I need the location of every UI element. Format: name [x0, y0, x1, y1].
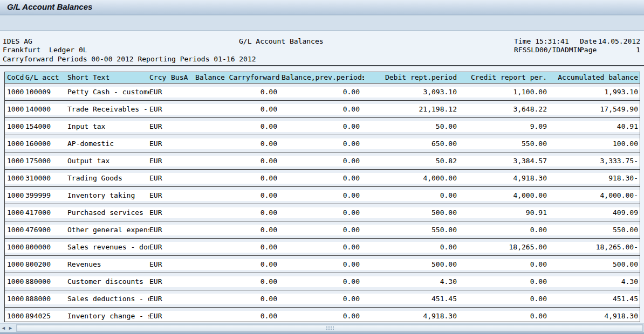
table-cell: Purchased services: [67, 204, 149, 221]
table-cell: [171, 256, 195, 273]
table-cell: 500.00: [364, 204, 461, 221]
table-cell: 880000: [25, 273, 67, 290]
table-cell: EUR: [149, 101, 171, 117]
table-cell: 0.00: [461, 221, 551, 238]
table-cell: Sales revenues - dom: [67, 239, 149, 255]
table-cell: 800200: [25, 256, 67, 273]
horizontal-scrollbar[interactable]: ◄ ►: [0, 323, 644, 332]
scroll-right-button[interactable]: ►: [7, 324, 14, 332]
table-cell: 399999: [25, 187, 67, 204]
table-cell: 21,198.12: [364, 101, 461, 117]
table-cell: 0.00: [282, 221, 364, 238]
table-row[interactable]: 1000888000Sales deductions - dEUR0.000.0…: [5, 290, 640, 308]
table-cell: 3,333.75-: [551, 152, 640, 169]
table-cell: 0.00: [282, 101, 364, 117]
table-row[interactable]: 1000175000Output taxEUR0.000.0050.823,38…: [5, 152, 640, 170]
table-cell: 1000: [5, 308, 25, 322]
table-cell: 4.30: [364, 273, 461, 290]
table-cell: AP-domestic: [67, 135, 149, 152]
table-cell: 1000: [5, 170, 25, 186]
table-cell: 451.45: [364, 290, 461, 307]
table-cell: 0.00: [195, 256, 282, 273]
table-cell: 0.00: [282, 84, 364, 100]
table-cell: 1000: [5, 204, 25, 221]
table-cell: Trade Receivables -: [67, 101, 149, 117]
table-cell: 18,265.00: [461, 239, 551, 255]
table-row[interactable]: 1000476900Other general expensEUR0.000.0…: [5, 221, 640, 239]
table-cell: 918.30-: [551, 170, 640, 186]
time-value: 15:31:41: [535, 37, 569, 45]
table-cell: 3,093.10: [364, 84, 461, 100]
table-cell: [171, 308, 195, 322]
table-cell: 4,918.30: [551, 308, 640, 322]
date-value: 14.05.2012: [598, 37, 640, 46]
scrollbar-thumb[interactable]: [17, 325, 643, 331]
table-row[interactable]: 1000894025Inventory change - sEUR0.000.0…: [5, 308, 640, 322]
table-cell: 650.00: [364, 135, 461, 152]
report-company: IDES AG: [3, 37, 32, 46]
table-cell: Petty Cash - custome: [67, 84, 149, 100]
table-cell: 0.00: [195, 118, 282, 135]
table-cell: 0.00: [282, 170, 364, 186]
scroll-left-button[interactable]: ◄: [0, 324, 7, 332]
table-cell: [171, 101, 195, 117]
table-row[interactable]: 1000880000Customer discountsEUR0.000.004…: [5, 273, 640, 290]
table-cell: 1000: [5, 101, 25, 117]
table-cell: EUR: [149, 290, 171, 307]
table-cell: 1000: [5, 273, 25, 290]
table-cell: 4,000.00: [461, 187, 551, 204]
table-cell: EUR: [149, 118, 171, 135]
report-center-title: G/L Account Balances: [239, 37, 324, 46]
table-cell: 4,918.30: [461, 170, 551, 186]
page-value: 1: [636, 46, 640, 54]
table-row[interactable]: 1000160000AP-domesticEUR0.000.00650.0055…: [5, 135, 640, 152]
table-row[interactable]: 1000800200RevenuesEUR0.000.00500.000.005…: [5, 256, 640, 273]
table-row[interactable]: 1000100009Petty Cash - customeEUR0.000.0…: [5, 84, 640, 101]
table-cell: [171, 239, 195, 255]
table-body: 1000100009Petty Cash - customeEUR0.000.0…: [5, 84, 640, 322]
table-cell: EUR: [149, 135, 171, 152]
table-cell: 0.00: [195, 290, 282, 307]
table-cell: 550.00: [461, 135, 551, 152]
table-cell: 0.00: [195, 308, 282, 322]
report-location-ledger: Frankfurt Ledger 0L: [3, 46, 87, 54]
report-periods-line: Carryforward Periods 00-00 2012 Reportin…: [3, 55, 256, 64]
table-cell: EUR: [149, 256, 171, 273]
table-row[interactable]: 1000154000Input taxEUR0.000.0050.009.094…: [5, 118, 640, 135]
table-cell: Customer discounts: [67, 273, 149, 290]
table-cell: 409.09: [551, 204, 640, 221]
table-cell: 160000: [25, 135, 67, 152]
column-header-gl-acct: G/L acct: [25, 72, 67, 83]
table-row[interactable]: 1000310000Trading GoodsEUR0.000.004,000.…: [5, 170, 640, 187]
table-cell: Sales deductions - d: [67, 290, 149, 307]
table-cell: 0.00: [282, 118, 364, 135]
table-header-row: CoCd G/L acct Short Text Crcy BusA Balan…: [5, 72, 640, 84]
table-cell: 1,100.00: [461, 84, 551, 100]
table-cell: EUR: [149, 221, 171, 238]
header-divider-rule: [0, 65, 644, 66]
column-header-accumulated-balance: Accumulated balance: [551, 72, 640, 83]
column-header-debit-rept-period: Debit rept.period: [364, 72, 461, 83]
date-label: Date: [580, 37, 597, 46]
table-cell: 4,000.00: [364, 170, 461, 186]
table-row[interactable]: 1000140000Trade Receivables -EUR0.000.00…: [5, 101, 640, 118]
table-cell: 0.00: [282, 273, 364, 290]
table-cell: Inventory taking: [67, 187, 149, 204]
column-header-credit-report-per: Credit report per.: [461, 72, 551, 83]
table-cell: 550.00: [364, 221, 461, 238]
table-cell: Input tax: [67, 118, 149, 135]
table-row[interactable]: 1000417000Purchased servicesEUR0.000.005…: [5, 204, 640, 221]
table-row[interactable]: 1000800000Sales revenues - domEUR0.000.0…: [5, 239, 640, 256]
table-cell: Revenues: [67, 256, 149, 273]
table-cell: 550.00: [551, 221, 640, 238]
scrollbar-track[interactable]: [16, 324, 643, 332]
table-cell: 0.00: [461, 290, 551, 307]
table-cell: 0.00: [282, 308, 364, 322]
table-cell: [171, 118, 195, 135]
table-cell: EUR: [149, 84, 171, 100]
application-toolbar: [0, 15, 644, 31]
table-row[interactable]: 1000399999Inventory takingEUR0.000.000.0…: [5, 187, 640, 204]
table-cell: 1000: [5, 118, 25, 135]
table-cell: 0.00: [282, 204, 364, 221]
table-cell: 0.00: [364, 187, 461, 204]
